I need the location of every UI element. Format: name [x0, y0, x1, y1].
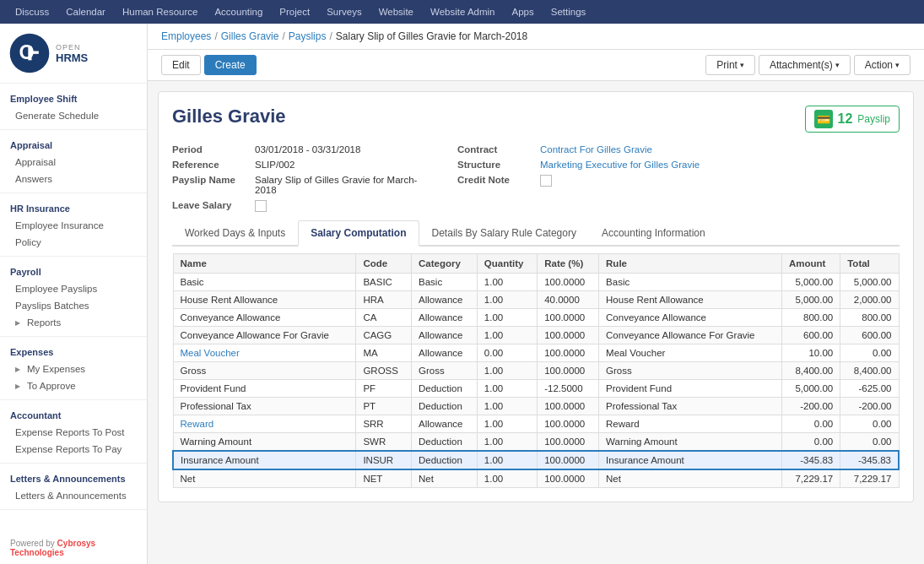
sidebar-item-expense-reports-pay[interactable]: Expense Reports To Pay [0, 441, 147, 458]
cell-category: Net [412, 469, 478, 488]
cell-quantity: 1.00 [477, 415, 537, 433]
sidebar-item-generate-schedule[interactable]: Generate Schedule [0, 107, 147, 124]
tab-salary-computation[interactable]: Salary Computation [298, 220, 419, 247]
sidebar-item-payslips-batches[interactable]: Payslips Batches [0, 297, 147, 314]
attachment-arrow-icon: ▾ [835, 61, 840, 69]
cell-code: MA [356, 344, 412, 362]
sidebar-item-to-approve[interactable]: To Approve [0, 377, 147, 394]
cell-code: BASIC [356, 274, 412, 291]
cell-rule: House Rent Allowance [599, 291, 782, 309]
cell-rule: Conveyance Allowance [599, 309, 782, 327]
cell-code: HRA [356, 291, 412, 309]
sidebar-footer-company: Cybrosys Technologies [10, 539, 95, 557]
cell-rate: 40.0000 [538, 291, 599, 309]
nav-apps[interactable]: Apps [504, 0, 543, 24]
nav-discuss[interactable]: Discuss [7, 0, 57, 24]
breadcrumb-gilles[interactable]: Gilles Gravie [221, 30, 279, 42]
sidebar-item-appraisal[interactable]: Appraisal [0, 154, 147, 171]
breadcrumb-bar: Employees / Gilles Gravie / Payslips / S… [148, 24, 924, 50]
cell-code: GROSS [356, 362, 412, 380]
nav-settings[interactable]: Settings [543, 0, 595, 24]
cell-quantity: 1.00 [477, 451, 537, 469]
sidebar-item-employee-insurance[interactable]: Employee Insurance [0, 217, 147, 234]
table-row: Reward SRR Allowance 1.00 100.0000 Rewar… [173, 415, 899, 433]
cell-amount: 800.00 [781, 309, 840, 327]
cell-name: Warning Amount [173, 433, 356, 452]
table-row: Provident Fund PF Deduction 1.00 -12.500… [173, 380, 899, 398]
sidebar-item-letters-announcements[interactable]: Letters & Announcements [0, 487, 147, 504]
sidebar-item-reports[interactable]: Reports [0, 314, 147, 331]
cell-name[interactable]: Reward [173, 415, 356, 433]
cell-amount: 8,400.00 [781, 362, 840, 380]
breadcrumb: Employees / Gilles Gravie / Payslips / S… [161, 30, 527, 42]
contract-value[interactable]: Contract For Gilles Gravie [540, 144, 652, 155]
sidebar-item-expense-reports-post[interactable]: Expense Reports To Post [0, 424, 147, 441]
structure-value[interactable]: Marketing Executive for Gilles Gravie [540, 160, 700, 170]
payslip-name-value: Salary Slip of Gilles Gravie for March-2… [255, 175, 424, 195]
cell-quantity: 1.00 [477, 433, 537, 452]
cell-name[interactable]: Meal Voucher [173, 344, 356, 362]
nav-human-resource[interactable]: Human Resource [114, 0, 206, 24]
cell-amount: 0.00 [781, 433, 840, 452]
nav-website-admin[interactable]: Website Admin [422, 0, 504, 24]
cell-category: Basic [412, 274, 478, 291]
svg-rect-2 [28, 46, 31, 61]
cell-rule: Meal Voucher [599, 344, 782, 362]
edit-button[interactable]: Edit [161, 55, 201, 75]
breadcrumb-payslips[interactable]: Payslips [289, 30, 327, 42]
tab-details-salary-rule[interactable]: Details By Salary Rule Category [419, 220, 589, 245]
sidebar-section-employee-shift: Employee Shift Generate Schedule [0, 84, 147, 130]
tab-worked-days[interactable]: Worked Days & Inputs [172, 220, 298, 245]
sidebar-item-my-expenses[interactable]: My Expenses [0, 361, 147, 377]
credit-note-checkbox[interactable] [540, 175, 552, 187]
leave-salary-checkbox[interactable] [255, 200, 267, 212]
sidebar-section-title-employee-shift: Employee Shift [0, 89, 147, 107]
nav-project[interactable]: Project [271, 0, 318, 24]
tab-accounting-info[interactable]: Accounting Information [589, 220, 718, 245]
print-button[interactable]: Print ▾ [705, 55, 755, 75]
nav-surveys[interactable]: Surveys [318, 0, 370, 24]
cell-category: Deduction [412, 398, 478, 415]
create-button[interactable]: Create [204, 55, 257, 75]
nav-calendar[interactable]: Calendar [57, 0, 114, 24]
cell-rate: 100.0000 [538, 274, 599, 291]
nav-website[interactable]: Website [370, 0, 422, 24]
cell-rule: Insurance Amount [599, 451, 782, 469]
table-row: Gross GROSS Gross 1.00 100.0000 Gross 8,… [173, 362, 899, 380]
sidebar-section-title-letters: Letters & Announcements [0, 469, 147, 487]
cell-code: CA [356, 309, 412, 327]
contract-label: Contract [457, 144, 533, 155]
payslip-badge-icon: 💳 [814, 110, 833, 128]
sidebar-item-answers[interactable]: Answers [0, 171, 147, 187]
period-value: 03/01/2018 - 03/31/2018 [255, 144, 360, 155]
cell-rule: Provident Fund [599, 380, 782, 398]
cell-category: Deduction [412, 380, 478, 398]
nav-accounting[interactable]: Accounting [206, 0, 271, 24]
cell-total: 600.00 [840, 327, 899, 344]
cell-category: Deduction [412, 433, 478, 452]
cell-amount: 7,229.17 [781, 469, 840, 488]
sidebar-item-employee-payslips[interactable]: Employee Payslips [0, 280, 147, 297]
cell-amount: 10.00 [781, 344, 840, 362]
table-row: Conveyance Allowance For Gravie CAGG All… [173, 327, 899, 344]
cell-rate: 100.0000 [538, 415, 599, 433]
cell-category: Deduction [412, 451, 478, 469]
sidebar-section-expenses: Expenses My Expenses To Approve [0, 337, 147, 400]
sidebar-item-policy[interactable]: Policy [0, 234, 147, 251]
table-row: Basic BASIC Basic 1.00 100.0000 Basic 5,… [173, 274, 899, 291]
breadcrumb-current: Salary Slip of Gilles Gravie for March-2… [336, 30, 527, 42]
salary-table: Name Code Category Quantity Rate (%) Rul… [172, 253, 900, 488]
sidebar-section-hr-insurance: HR Insurance Employee Insurance Policy [0, 193, 147, 257]
cell-name: Provident Fund [173, 380, 356, 398]
field-contract: Contract Contract For Gilles Gravie [457, 144, 700, 155]
action-button[interactable]: Action ▾ [854, 55, 910, 75]
breadcrumb-employees[interactable]: Employees [161, 30, 211, 42]
sidebar-section-letters: Letters & Announcements Letters & Announ… [0, 464, 147, 510]
cell-total: 8,400.00 [840, 362, 899, 380]
top-navigation: Discuss Calendar Human Resource Accounti… [0, 0, 924, 24]
col-quantity: Quantity [477, 254, 537, 274]
leave-salary-label: Leave Salary [172, 200, 248, 210]
reference-label: Reference [172, 160, 248, 170]
attachment-button[interactable]: Attachment(s) ▾ [759, 55, 851, 75]
cell-category: Gross [412, 362, 478, 380]
